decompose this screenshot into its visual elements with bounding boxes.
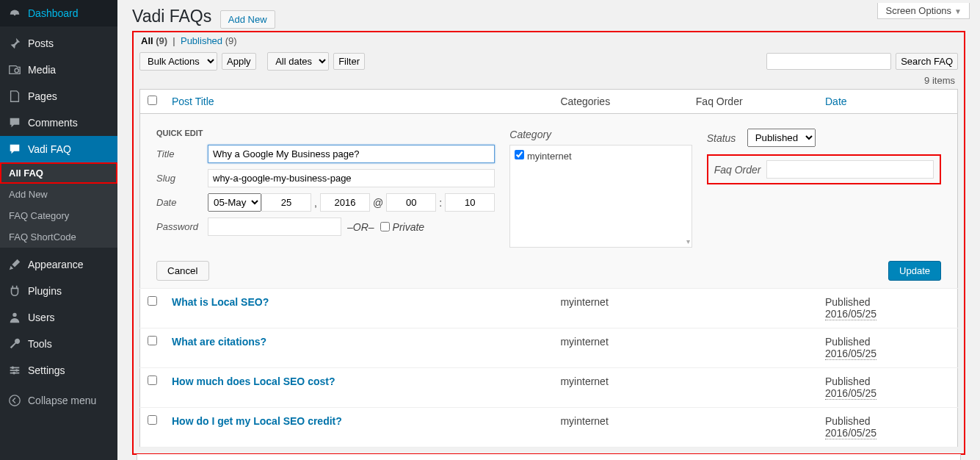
- admin-sidebar: Dashboard Posts Media Pages Comments Vad…: [0, 0, 117, 460]
- row-category: myinternet: [553, 408, 688, 448]
- row-title-link[interactable]: How much does Local SEO cost?: [172, 375, 335, 387]
- scroll-hint-icon: ▾: [686, 237, 690, 245]
- sidebar-label: Appearance: [28, 259, 84, 270]
- row-date: Published2016/05/25: [818, 408, 958, 448]
- dates-select[interactable]: All dates: [267, 52, 329, 71]
- apply-button[interactable]: Apply: [222, 53, 256, 70]
- slug-label: Slug: [156, 173, 208, 184]
- sidebar-item-settings[interactable]: Settings: [0, 357, 117, 384]
- quick-edit-row: QUICK EDIT Title Slug Date 05-May , @: [140, 114, 958, 289]
- svg-point-2: [12, 313, 16, 317]
- sidebar-item-media[interactable]: Media: [0, 57, 117, 83]
- title-input[interactable]: [208, 145, 495, 163]
- row-title-link[interactable]: What is Local SEO?: [172, 296, 269, 308]
- add-new-button[interactable]: Add New: [220, 10, 275, 29]
- wrench-icon: [7, 337, 22, 351]
- page-title: Vadi FAQs: [132, 0, 211, 29]
- row-title-link[interactable]: What are citations?: [172, 336, 266, 348]
- month-select[interactable]: 05-May: [208, 193, 261, 212]
- faq-table: Post Title Categories Faq Order Date QUI…: [139, 89, 958, 448]
- table-row: Why are genuine customer reviews importa…: [137, 454, 961, 460]
- title-label: Title: [156, 148, 208, 159]
- sidebar-item-pages[interactable]: Pages: [0, 83, 117, 109]
- search-input[interactable]: [766, 53, 891, 70]
- filter-published[interactable]: Published (9): [181, 35, 237, 46]
- table-row: What is Local SEO? myinternet Published2…: [140, 289, 958, 328]
- sidebar-item-dashboard[interactable]: Dashboard: [0, 0, 117, 26]
- row-order: [646, 454, 880, 460]
- sidebar-label: Plugins: [28, 285, 62, 297]
- status-label: Status: [707, 132, 747, 144]
- col-title[interactable]: Post Title: [164, 90, 553, 114]
- sidebar-item-posts[interactable]: Posts: [0, 30, 117, 57]
- sidebar-item-appearance[interactable]: Appearance: [0, 251, 117, 278]
- bulk-actions-select[interactable]: Bulk Actions: [139, 52, 217, 71]
- row-checkbox[interactable]: [148, 336, 157, 345]
- sidebar-label: Vadi FAQ: [28, 143, 71, 155]
- hour-input[interactable]: [386, 193, 436, 212]
- sidebar-sub-faq-shortcode[interactable]: FAQ ShortCode: [0, 226, 117, 248]
- date-label: Date: [156, 197, 208, 208]
- private-label: Private: [393, 221, 425, 233]
- sidebar-sub-all-faq[interactable]: All FAQ: [0, 162, 117, 184]
- row-category: myinternet: [553, 289, 688, 328]
- row-category: myinternet: [404, 454, 646, 460]
- update-button[interactable]: Update: [888, 261, 941, 281]
- pin-icon: [7, 36, 22, 51]
- select-all-checkbox[interactable]: [148, 96, 157, 105]
- brush-icon: [7, 257, 22, 272]
- sidebar-item-vadi-faq[interactable]: Vadi FAQ: [0, 136, 117, 162]
- category-list[interactable]: myinternet ▾: [509, 145, 692, 248]
- category-option[interactable]: myinternet: [515, 151, 571, 162]
- table-row: How do I get my Local SEO credit? myinte…: [140, 408, 958, 448]
- quick-edit-heading: QUICK EDIT: [156, 129, 495, 137]
- sidebar-label: Posts: [28, 37, 54, 49]
- media-icon: [7, 62, 22, 77]
- sidebar-sub-faq-category[interactable]: FAQ Category: [0, 205, 117, 226]
- faq-table-continued: Why are genuine customer reviews importa…: [137, 454, 961, 460]
- row-date: Published2016/05/25: [818, 368, 958, 408]
- settings-icon: [7, 363, 22, 378]
- filter-all[interactable]: All (9): [141, 35, 167, 46]
- row-order: [689, 289, 818, 328]
- password-input[interactable]: [208, 218, 341, 236]
- status-select[interactable]: Published: [747, 129, 816, 147]
- row-date: Published2016/05/25: [818, 328, 958, 368]
- category-checkbox[interactable]: [515, 150, 524, 159]
- collapse-menu[interactable]: Collapse menu: [0, 387, 117, 414]
- private-checkbox[interactable]: [380, 222, 390, 231]
- dashboard-icon: [7, 6, 22, 21]
- sidebar-item-plugins[interactable]: Plugins: [0, 278, 117, 304]
- minute-input[interactable]: [445, 193, 495, 212]
- screen-options-button[interactable]: Screen Options▼: [877, 3, 970, 19]
- sidebar-label: Users: [28, 312, 55, 323]
- cancel-button[interactable]: Cancel: [156, 261, 209, 281]
- row-title-link[interactable]: How do I get my Local SEO credit?: [172, 415, 342, 427]
- sidebar-sub-add-new[interactable]: Add New: [0, 184, 117, 205]
- svg-point-7: [15, 369, 18, 372]
- collapse-icon: [7, 393, 22, 408]
- sidebar-item-comments[interactable]: Comments: [0, 109, 117, 136]
- faqorder-label: Faq Order: [714, 164, 761, 176]
- col-date[interactable]: Date: [818, 90, 958, 114]
- day-input[interactable]: [261, 193, 311, 212]
- slug-input[interactable]: [208, 169, 495, 187]
- row-checkbox[interactable]: [148, 296, 157, 306]
- sidebar-item-users[interactable]: Users: [0, 304, 117, 331]
- col-faqorder: Faq Order: [689, 90, 818, 114]
- select-all-header: [140, 90, 165, 114]
- row-checkbox[interactable]: [148, 375, 157, 385]
- year-input[interactable]: [320, 193, 370, 212]
- page-icon: [7, 89, 22, 104]
- row-category: myinternet: [553, 328, 688, 368]
- or-label: –OR–: [347, 221, 374, 233]
- sidebar-item-tools[interactable]: Tools: [0, 331, 117, 357]
- faqorder-input[interactable]: [766, 160, 934, 179]
- row-date: Published2016/05/25: [880, 454, 961, 460]
- sidebar-label: Media: [28, 64, 56, 76]
- password-label: Password: [156, 221, 208, 232]
- search-faq-button[interactable]: Search FAQ: [896, 53, 958, 70]
- filter-button[interactable]: Filter: [333, 53, 365, 70]
- user-icon: [7, 310, 22, 325]
- row-checkbox[interactable]: [148, 415, 157, 425]
